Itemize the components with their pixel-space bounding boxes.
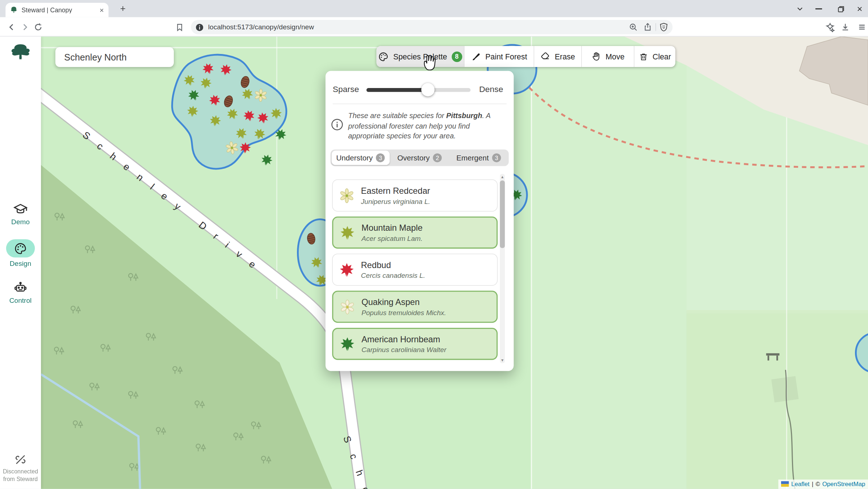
- reload-button[interactable]: [32, 21, 45, 33]
- species-card-quaking-aspen[interactable]: Quaking Aspen Populus tremuloides Michx.: [332, 291, 498, 323]
- eraser-icon: [540, 51, 550, 62]
- tab-title: Steward | Canopy: [22, 7, 96, 13]
- window-close-button[interactable]: ✕: [854, 3, 865, 14]
- brave-leo-icon[interactable]: [824, 21, 836, 33]
- palette-icon: [14, 242, 27, 255]
- zoom-page-icon[interactable]: [629, 23, 638, 32]
- tab-emergent[interactable]: Emergent 3: [450, 151, 508, 165]
- leaflet-link[interactable]: Leaflet: [791, 481, 809, 487]
- brush-icon: [471, 51, 481, 62]
- hand-cursor: [422, 54, 437, 70]
- robot-icon: [13, 281, 28, 294]
- maple-leaf-icon: [340, 225, 355, 240]
- browser-navbar: localhost:5173/canopy/design/new: [0, 17, 868, 37]
- species-card-american-hornbeam[interactable]: American Hornbeam Carpinus caroliniana W…: [332, 328, 498, 360]
- flower-icon: [339, 188, 354, 203]
- sidebar-active-pill: [6, 239, 35, 257]
- steward-connection-status: Disconnected from Steward: [0, 453, 41, 483]
- overstory-count-badge: 2: [433, 153, 442, 162]
- layer-tabs: Understory 3 Overstory 2 Emergent 3: [331, 150, 509, 166]
- share-icon[interactable]: [643, 23, 652, 32]
- maple-leaf-icon: [339, 262, 354, 277]
- scrollbar-thumb[interactable]: [500, 180, 505, 248]
- emergent-count-badge: 3: [492, 153, 501, 162]
- move-button[interactable]: Move: [582, 46, 634, 67]
- browser-tabstrip: Steward | Canopy ✕ + ✕: [0, 0, 868, 17]
- scroll-down-icon[interactable]: ▼: [500, 358, 505, 362]
- sidebar-item-label: Control: [9, 297, 32, 304]
- city-name: Pittsburgh: [446, 111, 482, 120]
- forward-button[interactable]: [19, 21, 31, 33]
- window-chevron-icon[interactable]: [794, 3, 806, 14]
- window-maximize-button[interactable]: [835, 3, 847, 14]
- sidebar-item-demo[interactable]: Demo: [0, 203, 41, 226]
- species-count-badge: 8: [452, 51, 462, 62]
- url-text[interactable]: localhost:5173/canopy/design/new: [208, 23, 629, 31]
- density-slider[interactable]: [366, 88, 470, 92]
- design-title-card: Schenley North: [55, 47, 174, 67]
- species-card-redbud[interactable]: Redbud Cercis canadensis L.: [332, 254, 498, 286]
- sidebar-item-label: Design: [10, 260, 31, 267]
- bookmark-icon[interactable]: [173, 21, 185, 33]
- density-dense-label: Dense: [479, 84, 503, 93]
- osm-link[interactable]: OpenStreetMap: [822, 481, 865, 487]
- new-tab-button[interactable]: +: [116, 2, 130, 16]
- tab-understory[interactable]: Understory 3: [332, 151, 390, 165]
- species-palette-button[interactable]: Species Palette 8: [377, 46, 465, 67]
- density-sparse-label: Sparse: [333, 84, 359, 93]
- paint-forest-label: Paint Forest: [485, 52, 527, 61]
- tab-favicon-tree-icon: [10, 6, 18, 14]
- species-card-eastern-redcedar[interactable]: Eastern Redcedar Juniperus virginiana L.: [332, 179, 498, 212]
- app-sidebar: Demo Design Control: [0, 37, 41, 489]
- species-palette-label: Species Palette: [393, 52, 447, 61]
- suitability-note-text: These are suitable species for Pittsburg…: [348, 111, 502, 142]
- trash-icon: [639, 52, 648, 61]
- back-button[interactable]: [5, 21, 18, 33]
- browser-tab[interactable]: Steward | Canopy ✕: [5, 3, 108, 17]
- erase-label: Erase: [555, 52, 575, 61]
- status-line1: Disconnected: [3, 467, 38, 475]
- maple-leaf-icon: [340, 337, 355, 351]
- address-bar[interactable]: localhost:5173/canopy/design/new: [191, 20, 672, 34]
- flower-icon: [340, 299, 355, 314]
- ukraine-flag-icon: [781, 481, 789, 486]
- design-toolbar: Species Palette 8 Paint Forest Erase Mov…: [377, 46, 675, 67]
- screen: Schenley Drive Schenley Steward | Canopy…: [0, 0, 868, 489]
- design-title: Schenley North: [64, 52, 126, 62]
- status-line2: from Steward: [3, 475, 38, 483]
- suitability-note: These are suitable species for Pittsburg…: [331, 111, 508, 142]
- paint-forest-button[interactable]: Paint Forest: [465, 46, 534, 67]
- brave-shield-icon[interactable]: [659, 23, 668, 32]
- scroll-up-icon[interactable]: ▲: [500, 175, 505, 179]
- move-label: Move: [605, 52, 624, 61]
- species-palette-panel: Sparse Dense These are suitable species …: [326, 71, 514, 371]
- understory-count-badge: 3: [376, 153, 385, 162]
- downloads-icon[interactable]: [839, 21, 852, 33]
- hand-icon: [591, 51, 601, 62]
- app-logo-tree-icon: [9, 43, 32, 60]
- graduation-cap-icon: [13, 203, 28, 216]
- unlink-icon: [13, 453, 28, 466]
- sidebar-item-label: Demo: [11, 218, 30, 226]
- clear-label: Clear: [653, 52, 671, 61]
- site-info-icon[interactable]: [196, 23, 204, 31]
- map-attribution: Leaflet | © OpenStreetMap: [779, 480, 868, 489]
- window-minimize-button[interactable]: [813, 3, 825, 14]
- sidebar-item-control[interactable]: Control: [0, 281, 41, 305]
- palette-icon: [378, 51, 389, 62]
- menu-icon[interactable]: [856, 21, 868, 33]
- species-list-scrollbar[interactable]: ▲ ▼: [500, 174, 505, 363]
- species-card-mountain-maple[interactable]: Mountain Maple Acer spicatum Lam.: [332, 217, 498, 249]
- info-icon: [331, 118, 343, 131]
- density-slider-fill: [366, 88, 428, 92]
- density-slider-thumb[interactable]: [421, 83, 435, 96]
- erase-button[interactable]: Erase: [534, 46, 582, 67]
- sidebar-item-design[interactable]: Design: [0, 239, 41, 267]
- tab-close-icon[interactable]: ✕: [100, 7, 104, 13]
- tab-overstory[interactable]: Overstory 2: [391, 151, 449, 165]
- clear-button[interactable]: Clear: [634, 46, 675, 67]
